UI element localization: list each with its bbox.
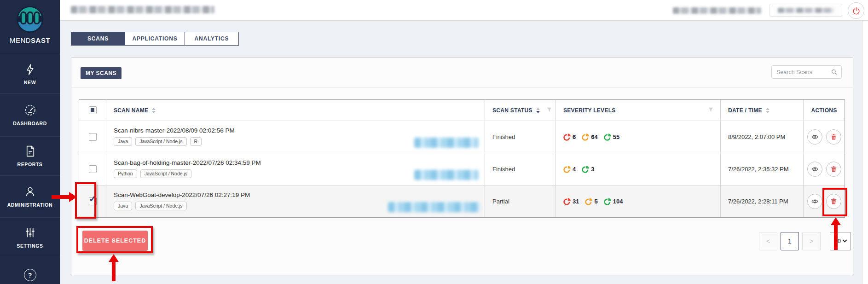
sort-scan-status[interactable] xyxy=(536,108,540,113)
scan-name[interactable]: Scan-nibrs-master-2022/08/09 02:02:56 PM xyxy=(106,121,485,134)
panel-divider xyxy=(71,87,853,88)
main-content: SCANS APPLICATIONS ANALYTICS MY SCANS SC… xyxy=(60,21,868,284)
sidebar-item-label: SETTINGS xyxy=(17,243,43,249)
select-all-cell xyxy=(79,100,106,121)
scan-name-cell: Scan-bag-of-holding-master-2022/07/26 02… xyxy=(106,153,485,185)
filter-severity-icon[interactable] xyxy=(708,107,714,114)
scan-status-cell: Partial xyxy=(485,185,556,217)
severity-medium: 4 xyxy=(563,165,576,173)
my-scans-badge: MY SCANS xyxy=(81,67,122,79)
sidebar-item-help[interactable]: ? xyxy=(0,257,60,284)
logout-button[interactable] xyxy=(848,2,864,19)
trash-icon xyxy=(830,133,838,141)
table-row-selected: ✓ Scan-WebGoat-develop-2022/07/26 02:27:… xyxy=(79,185,845,217)
date-time-cell: 7/26/2022, 2:28:11 PM xyxy=(720,185,803,217)
row-checkbox-checked[interactable]: ✓ xyxy=(89,197,97,205)
severity-low: 104 xyxy=(604,197,623,205)
tab-analytics[interactable]: ANALYTICS xyxy=(185,32,239,46)
sort-date-time[interactable] xyxy=(766,108,770,113)
mend-logo-icon xyxy=(16,5,44,34)
severity-cell: 4 3 xyxy=(556,153,720,185)
table-header-row: SCAN NAME SCAN STATUS SEVERITY LEVELS xyxy=(79,100,845,121)
eye-icon xyxy=(811,197,819,205)
trash-icon xyxy=(830,197,838,205)
sidebar-item-new[interactable]: NEW xyxy=(0,54,60,93)
username-redacted xyxy=(673,7,761,14)
sidebar-item-label: DASHBOARD xyxy=(13,121,47,126)
severity-high: 31 xyxy=(563,197,579,205)
sliders-icon xyxy=(24,226,36,239)
report-icon xyxy=(24,145,36,157)
chevron-down-icon xyxy=(843,238,847,242)
select-all-checkbox[interactable] xyxy=(89,106,97,114)
language-tag: JavaScript / Node.js xyxy=(140,169,191,178)
actions-cell xyxy=(803,121,845,153)
row-checkbox[interactable] xyxy=(89,165,97,173)
brand-name: MENDSAST xyxy=(10,36,50,44)
sidebar-item-label: REPORTS xyxy=(17,162,43,167)
language-tag: Python xyxy=(114,169,137,178)
sort-scan-name[interactable] xyxy=(152,108,156,113)
redacted-scan-link xyxy=(388,202,480,212)
severity-low: 3 xyxy=(582,165,594,173)
view-scan-button[interactable] xyxy=(807,129,822,145)
page-title-redacted xyxy=(71,6,214,13)
window-scrollbar[interactable] xyxy=(862,0,868,284)
table-row: Scan-nibrs-master-2022/08/09 02:02:56 PM… xyxy=(79,121,845,153)
sidebar: MENDSAST NEW DASHBOARD REPORTS ADMINISTR… xyxy=(0,0,60,284)
delete-scan-button[interactable] xyxy=(826,162,841,177)
row-select-cell: ✓ xyxy=(79,185,106,217)
header-severity-levels: SEVERITY LEVELS xyxy=(556,100,720,121)
my-scans-panel: MY SCANS SCAN NAME SCAN STATUS xyxy=(71,58,853,275)
brand-logo[interactable]: MENDSAST xyxy=(0,0,60,54)
severity-medium: 5 xyxy=(585,197,597,205)
date-time-cell: 8/9/2022, 2:07:00 PM xyxy=(720,121,803,153)
page-size-select[interactable]: 10 xyxy=(830,232,851,250)
sidebar-item-administration[interactable]: ADMINISTRATION xyxy=(0,175,60,217)
redacted-scan-link xyxy=(414,170,479,180)
language-tag: JavaScript / Node.js xyxy=(135,202,186,210)
severity-high: 6 xyxy=(563,133,576,141)
header-action-button-redacted[interactable] xyxy=(770,4,842,17)
view-scan-button[interactable] xyxy=(807,194,822,209)
pagination: < 1 > 10 xyxy=(759,232,851,250)
table-row: Scan-bag-of-holding-master-2022/07/26 02… xyxy=(79,153,845,185)
view-scan-button[interactable] xyxy=(807,162,822,177)
eye-icon xyxy=(811,165,819,173)
scan-status: Finished xyxy=(492,133,515,140)
sidebar-item-settings[interactable]: SETTINGS xyxy=(0,217,60,257)
search-input[interactable] xyxy=(776,69,831,75)
header-scan-status: SCAN STATUS xyxy=(485,100,556,121)
search-box[interactable] xyxy=(771,65,842,79)
search-icon xyxy=(831,69,838,75)
severity-medium: 64 xyxy=(582,133,597,141)
speedometer-icon xyxy=(24,104,36,116)
sidebar-item-label: NEW xyxy=(24,80,36,85)
delete-selected-button[interactable]: DELETE SELECTED xyxy=(82,231,148,251)
delete-scan-button[interactable] xyxy=(826,129,841,145)
scan-name[interactable]: Scan-bag-of-holding-master-2022/07/26 02… xyxy=(106,153,485,166)
pagination-page-1[interactable]: 1 xyxy=(781,232,799,250)
severity-low: 55 xyxy=(604,133,619,141)
scan-name-cell: Scan-WebGoat-develop-2022/07/26 02:27:19… xyxy=(106,185,485,217)
pagination-prev-button[interactable]: < xyxy=(759,232,777,250)
header-date-time: DATE / TIME xyxy=(720,100,803,121)
row-checkbox[interactable] xyxy=(89,133,97,141)
actions-cell xyxy=(803,185,845,217)
tab-applications[interactable]: APPLICATIONS xyxy=(125,32,185,46)
filter-scan-status-icon[interactable] xyxy=(546,107,552,114)
sidebar-item-dashboard[interactable]: DASHBOARD xyxy=(0,93,60,136)
tab-scans[interactable]: SCANS xyxy=(71,32,125,46)
severity-cell: 31 5 104 xyxy=(556,185,720,217)
top-header xyxy=(60,0,868,21)
scans-table: SCAN NAME SCAN STATUS SEVERITY LEVELS xyxy=(79,99,845,218)
scan-name[interactable]: Scan-WebGoat-develop-2022/07/26 02:27:19… xyxy=(106,185,485,198)
row-select-cell xyxy=(79,153,106,185)
delete-scan-button-highlighted[interactable] xyxy=(826,194,841,209)
header-action-label-redacted xyxy=(778,8,834,13)
scan-status: Finished xyxy=(492,166,515,173)
lightning-icon xyxy=(24,63,36,75)
sidebar-item-reports[interactable]: REPORTS xyxy=(0,136,60,175)
scan-status-cell: Finished xyxy=(485,121,556,153)
pagination-next-button[interactable]: > xyxy=(802,232,821,250)
